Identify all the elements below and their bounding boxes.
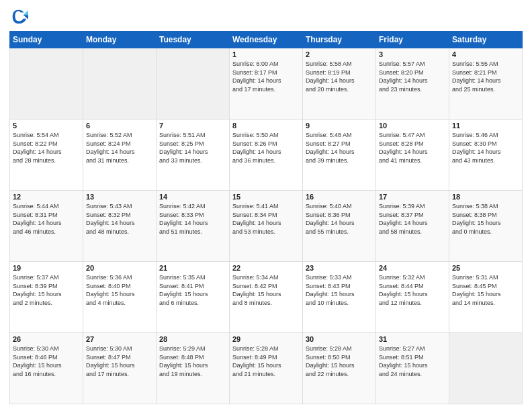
day-number: 30	[306, 335, 373, 343]
calendar-header: SundayMondayTuesdayWednesdayThursdayFrid…	[10, 32, 523, 48]
calendar-cell: 7Sunrise: 5:51 AM Sunset: 8:25 PM Daylig…	[157, 120, 230, 191]
day-info: Sunrise: 5:39 AM Sunset: 8:37 PM Dayligh…	[379, 202, 446, 236]
day-info: Sunrise: 5:57 AM Sunset: 8:20 PM Dayligh…	[379, 60, 446, 93]
calendar-cell: 18Sunrise: 5:38 AM Sunset: 8:38 PM Dayli…	[449, 191, 523, 262]
day-number: 11	[452, 122, 519, 130]
calendar-cell: 13Sunrise: 5:43 AM Sunset: 8:32 PM Dayli…	[83, 191, 157, 262]
day-number: 29	[232, 335, 300, 343]
calendar-cell	[83, 48, 157, 120]
calendar-cell: 22Sunrise: 5:34 AM Sunset: 8:42 PM Dayli…	[230, 262, 303, 333]
day-number: 8	[232, 122, 300, 130]
day-number: 27	[86, 335, 153, 343]
calendar-cell: 27Sunrise: 5:30 AM Sunset: 8:47 PM Dayli…	[83, 333, 157, 404]
day-number: 20	[86, 264, 153, 272]
day-number: 16	[306, 193, 373, 201]
calendar-table: SundayMondayTuesdayWednesdayThursdayFrid…	[9, 31, 523, 404]
day-info: Sunrise: 5:28 AM Sunset: 8:50 PM Dayligh…	[306, 345, 373, 378]
day-info: Sunrise: 5:31 AM Sunset: 8:45 PM Dayligh…	[452, 273, 519, 307]
weekday-row: SundayMondayTuesdayWednesdayThursdayFrid…	[10, 32, 523, 48]
day-number: 15	[232, 193, 300, 201]
day-info: Sunrise: 5:33 AM Sunset: 8:43 PM Dayligh…	[306, 273, 373, 307]
day-info: Sunrise: 5:55 AM Sunset: 8:21 PM Dayligh…	[452, 60, 519, 93]
calendar-cell: 19Sunrise: 5:37 AM Sunset: 8:39 PM Dayli…	[10, 262, 83, 333]
calendar-cell: 1Sunrise: 6:00 AM Sunset: 8:17 PM Daylig…	[230, 48, 303, 120]
day-number: 3	[379, 50, 446, 58]
calendar-cell	[157, 48, 230, 120]
week-row-1: 1Sunrise: 6:00 AM Sunset: 8:17 PM Daylig…	[10, 48, 523, 120]
day-number: 6	[86, 122, 153, 130]
day-info: Sunrise: 5:41 AM Sunset: 8:34 PM Dayligh…	[232, 202, 300, 236]
weekday-header-friday: Friday	[376, 32, 449, 48]
day-info: Sunrise: 5:48 AM Sunset: 8:27 PM Dayligh…	[306, 131, 373, 165]
day-info: Sunrise: 5:54 AM Sunset: 8:22 PM Dayligh…	[13, 131, 80, 165]
calendar-cell: 2Sunrise: 5:58 AM Sunset: 8:19 PM Daylig…	[303, 48, 376, 120]
day-info: Sunrise: 5:38 AM Sunset: 8:38 PM Dayligh…	[452, 202, 519, 236]
day-info: Sunrise: 5:32 AM Sunset: 8:44 PM Dayligh…	[379, 273, 446, 307]
weekday-header-sunday: Sunday	[10, 32, 83, 48]
week-row-5: 26Sunrise: 5:30 AM Sunset: 8:46 PM Dayli…	[10, 333, 523, 404]
day-number: 5	[13, 122, 80, 130]
calendar-cell: 11Sunrise: 5:46 AM Sunset: 8:30 PM Dayli…	[449, 120, 523, 191]
calendar-cell: 10Sunrise: 5:47 AM Sunset: 8:28 PM Dayli…	[376, 120, 449, 191]
day-info: Sunrise: 5:30 AM Sunset: 8:46 PM Dayligh…	[13, 345, 80, 378]
day-number: 4	[452, 50, 519, 58]
weekday-header-tuesday: Tuesday	[157, 32, 230, 48]
day-number: 23	[306, 264, 373, 272]
calendar-cell: 8Sunrise: 5:50 AM Sunset: 8:26 PM Daylig…	[230, 120, 303, 191]
day-number: 25	[452, 264, 519, 272]
calendar-cell: 15Sunrise: 5:41 AM Sunset: 8:34 PM Dayli…	[230, 191, 303, 262]
calendar-cell: 25Sunrise: 5:31 AM Sunset: 8:45 PM Dayli…	[449, 262, 523, 333]
calendar-cell: 29Sunrise: 5:28 AM Sunset: 8:49 PM Dayli…	[230, 333, 303, 404]
calendar-cell: 26Sunrise: 5:30 AM Sunset: 8:46 PM Dayli…	[10, 333, 83, 404]
calendar-cell: 5Sunrise: 5:54 AM Sunset: 8:22 PM Daylig…	[10, 120, 83, 191]
day-info: Sunrise: 5:27 AM Sunset: 8:51 PM Dayligh…	[379, 345, 446, 378]
calendar-cell: 20Sunrise: 5:36 AM Sunset: 8:40 PM Dayli…	[83, 262, 157, 333]
day-number: 26	[13, 335, 80, 343]
calendar-body: 1Sunrise: 6:00 AM Sunset: 8:17 PM Daylig…	[10, 48, 523, 404]
day-info: Sunrise: 5:42 AM Sunset: 8:33 PM Dayligh…	[159, 202, 226, 236]
week-row-2: 5Sunrise: 5:54 AM Sunset: 8:22 PM Daylig…	[10, 120, 523, 191]
week-row-4: 19Sunrise: 5:37 AM Sunset: 8:39 PM Dayli…	[10, 262, 523, 333]
day-number: 22	[232, 264, 300, 272]
day-number: 13	[86, 193, 153, 201]
week-row-3: 12Sunrise: 5:44 AM Sunset: 8:31 PM Dayli…	[10, 191, 523, 262]
logo-icon	[9, 7, 28, 26]
logo	[9, 7, 31, 26]
day-info: Sunrise: 5:51 AM Sunset: 8:25 PM Dayligh…	[159, 131, 226, 165]
calendar-cell: 17Sunrise: 5:39 AM Sunset: 8:37 PM Dayli…	[376, 191, 449, 262]
day-info: Sunrise: 5:46 AM Sunset: 8:30 PM Dayligh…	[452, 131, 519, 165]
day-info: Sunrise: 5:52 AM Sunset: 8:24 PM Dayligh…	[86, 131, 153, 165]
day-number: 31	[379, 335, 446, 343]
day-number: 24	[379, 264, 446, 272]
day-info: Sunrise: 5:58 AM Sunset: 8:19 PM Dayligh…	[306, 60, 373, 93]
day-info: Sunrise: 5:50 AM Sunset: 8:26 PM Dayligh…	[232, 131, 300, 165]
day-info: Sunrise: 5:28 AM Sunset: 8:49 PM Dayligh…	[232, 345, 300, 378]
calendar-cell: 21Sunrise: 5:35 AM Sunset: 8:41 PM Dayli…	[157, 262, 230, 333]
day-number: 14	[159, 193, 226, 201]
weekday-header-thursday: Thursday	[303, 32, 376, 48]
calendar-cell: 28Sunrise: 5:29 AM Sunset: 8:48 PM Dayli…	[157, 333, 230, 404]
calendar-cell	[449, 333, 523, 404]
day-info: Sunrise: 5:40 AM Sunset: 8:36 PM Dayligh…	[306, 202, 373, 236]
calendar-cell: 30Sunrise: 5:28 AM Sunset: 8:50 PM Dayli…	[303, 333, 376, 404]
weekday-header-monday: Monday	[83, 32, 157, 48]
day-number: 19	[13, 264, 80, 272]
day-number: 2	[306, 50, 373, 58]
header	[9, 7, 523, 26]
calendar-cell: 4Sunrise: 5:55 AM Sunset: 8:21 PM Daylig…	[449, 48, 523, 120]
calendar-cell: 24Sunrise: 5:32 AM Sunset: 8:44 PM Dayli…	[376, 262, 449, 333]
day-info: Sunrise: 5:34 AM Sunset: 8:42 PM Dayligh…	[232, 273, 300, 307]
day-number: 17	[379, 193, 446, 201]
weekday-header-wednesday: Wednesday	[230, 32, 303, 48]
day-info: Sunrise: 5:29 AM Sunset: 8:48 PM Dayligh…	[159, 345, 226, 378]
calendar-cell	[10, 48, 83, 120]
day-info: Sunrise: 5:30 AM Sunset: 8:47 PM Dayligh…	[86, 345, 153, 378]
day-info: Sunrise: 6:00 AM Sunset: 8:17 PM Dayligh…	[232, 60, 300, 93]
day-info: Sunrise: 5:44 AM Sunset: 8:31 PM Dayligh…	[13, 202, 80, 236]
calendar-cell: 23Sunrise: 5:33 AM Sunset: 8:43 PM Dayli…	[303, 262, 376, 333]
day-number: 9	[306, 122, 373, 130]
day-info: Sunrise: 5:35 AM Sunset: 8:41 PM Dayligh…	[159, 273, 226, 307]
day-info: Sunrise: 5:37 AM Sunset: 8:39 PM Dayligh…	[13, 273, 80, 307]
day-number: 7	[159, 122, 226, 130]
day-number: 28	[159, 335, 226, 343]
